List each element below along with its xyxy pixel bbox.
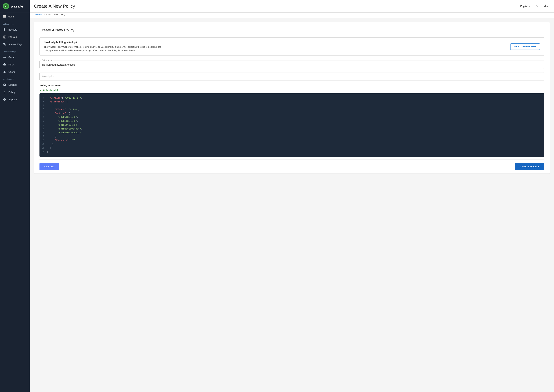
create-policy-button[interactable]: CREATE POLICY (515, 163, 544, 170)
billing-icon (3, 91, 6, 94)
sidebar-item-label: Users (8, 70, 15, 73)
policy-valid-indicator: ✓ Policy is valid (39, 89, 544, 92)
groups-icon (3, 56, 6, 59)
settings-icon (3, 83, 6, 87)
sidebar-item-policies[interactable]: Policies (0, 33, 30, 41)
roles-icon (3, 63, 6, 66)
sidebar-item-users[interactable]: Users (0, 68, 30, 76)
policy-generator-button[interactable]: POLICY GENERATOR (510, 43, 540, 50)
help-button[interactable]: ? (535, 3, 539, 9)
menu-button[interactable]: Menu (0, 13, 30, 21)
code-line: 11 "s3:PutObjectAcl" (39, 131, 544, 135)
sidebar-item-label: Access Keys (8, 43, 22, 46)
code-line: 5 "Effect": "Allow", (39, 108, 544, 112)
breadcrumb-separator: / (43, 13, 43, 16)
support-icon (3, 98, 6, 101)
help-icon: ? (536, 4, 538, 8)
policy-document-section: Policy Document ✓ Policy is valid 2 "Ver… (39, 84, 544, 157)
chevron-down-icon: ▾ (529, 5, 530, 8)
sidebar-item-billing[interactable]: Billing (0, 89, 30, 96)
code-line: 4 { (39, 104, 544, 108)
section-your-account: Your Account (0, 76, 30, 81)
banner-heading: Need help building a Policy? (44, 41, 166, 44)
sidebar-item-settings[interactable]: Settings (0, 81, 30, 89)
language-label: English (520, 5, 528, 8)
main-content: Create A New Policy English ▾ ? ▾ Polici… (30, 0, 554, 392)
breadcrumb: Policies / Create A New Policy (30, 13, 554, 18)
sidebar-item-label: Buckets (8, 28, 17, 31)
code-line: 8 "s3:GetObject", (39, 119, 544, 123)
sidebar-item-label: Groups (8, 56, 16, 59)
code-line: 3 "Statement": [ (39, 100, 544, 104)
policy-valid-text: Policy is valid (43, 89, 58, 92)
users-icon (3, 70, 6, 74)
top-header: Create A New Policy English ▾ ? ▾ (30, 0, 554, 13)
menu-label: Menu (8, 15, 14, 18)
card-footer: CANCEL CREATE POLICY (39, 160, 544, 174)
user-chevron-icon: ▾ (547, 4, 549, 8)
header-right: English ▾ ? ▾ (518, 3, 550, 9)
code-editor[interactable]: 2 "Version": "2012-10-17", 3 "Statement"… (39, 93, 544, 157)
breadcrumb-link[interactable]: Policies (34, 13, 42, 16)
key-icon (3, 42, 6, 46)
sidebar: wasabi Menu Data Access Buckets Policies… (0, 0, 30, 392)
hamburger-icon (3, 15, 6, 18)
user-menu-button[interactable]: ▾ (542, 3, 550, 9)
description-group (39, 72, 544, 80)
content-area: Create A New Policy Need help building a… (30, 18, 554, 392)
code-line: 10 "s3:DeleteObject", (39, 127, 544, 131)
bucket-icon (3, 28, 6, 31)
code-line: 6 "Action": [ (39, 112, 544, 115)
code-line: 15 ] (39, 146, 544, 150)
header-title-area: Create A New Policy (34, 3, 75, 9)
code-line: 2 "Version": "2012-10-17", (39, 96, 544, 100)
sidebar-item-label: Policies (8, 36, 17, 38)
code-line: 14 } (39, 142, 544, 146)
policy-generator-banner: Need help building a Policy? The Wasabi … (39, 37, 544, 56)
policy-doc-label: Policy Document (39, 84, 544, 87)
create-policy-card: Create A New Policy Need help building a… (34, 22, 550, 174)
wasabi-logo-icon (3, 3, 9, 9)
policy-name-input[interactable] (39, 61, 544, 69)
section-users-groups: Users & Groups (0, 48, 30, 54)
user-icon (544, 4, 547, 8)
sidebar-logo: wasabi (0, 0, 30, 13)
banner-body: The Wasabi Policy Generator makes creati… (44, 45, 166, 52)
policy-icon (3, 35, 6, 39)
cancel-button[interactable]: CANCEL (39, 163, 59, 170)
app-logo-text: wasabi (11, 4, 23, 8)
sidebar-item-support[interactable]: Support (0, 96, 30, 103)
policy-name-label: Policy Name (41, 59, 53, 61)
sidebar-item-roles[interactable]: Roles (0, 61, 30, 68)
language-selector[interactable]: English ▾ (518, 4, 532, 9)
code-line: 13 "Resource": "*" (39, 139, 544, 142)
page-title: Create A New Policy (34, 3, 75, 9)
code-line: 7 "s3:PutObject", (39, 115, 544, 119)
sidebar-item-label: Settings (8, 84, 17, 86)
check-icon: ✓ (39, 89, 42, 92)
section-data-access: Data Access (0, 21, 30, 26)
description-input[interactable] (39, 72, 544, 80)
sidebar-item-label: Roles (8, 63, 15, 66)
code-line: 12 ], (39, 135, 544, 139)
code-line: 16 } (39, 150, 544, 154)
banner-text: Need help building a Policy? The Wasabi … (44, 41, 166, 52)
sidebar-item-label: Billing (8, 91, 15, 94)
breadcrumb-current: Create A New Policy (44, 13, 65, 16)
sidebar-item-groups[interactable]: Groups (0, 54, 30, 61)
card-title: Create A New Policy (39, 28, 544, 32)
sidebar-item-label: Support (8, 98, 17, 101)
sidebar-item-access-keys[interactable]: Access Keys (0, 41, 30, 48)
code-line: 9 "s3:ListBucket", (39, 123, 544, 127)
svg-rect-1 (3, 36, 6, 38)
sidebar-item-buckets[interactable]: Buckets (0, 26, 30, 33)
policy-name-group: Policy Name (39, 61, 544, 69)
